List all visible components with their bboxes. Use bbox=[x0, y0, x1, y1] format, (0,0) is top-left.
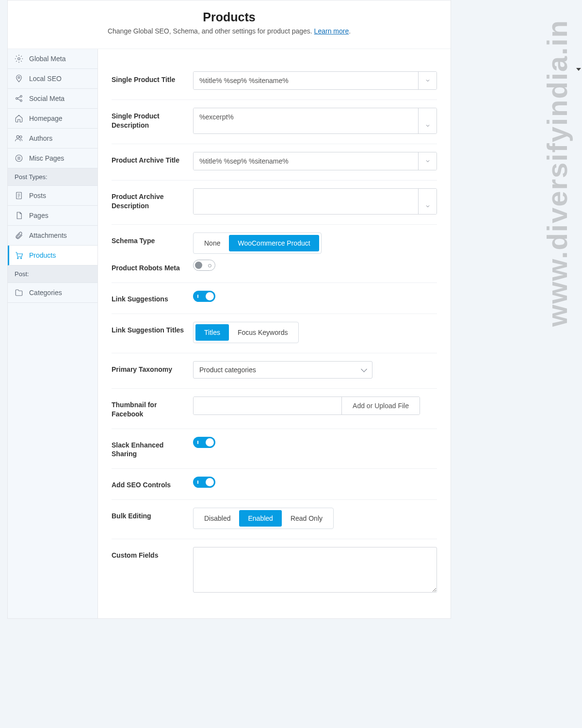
svg-point-1 bbox=[18, 77, 20, 79]
pin-icon bbox=[15, 74, 23, 83]
link-suggestions-toggle[interactable] bbox=[193, 291, 215, 302]
svg-point-6 bbox=[20, 136, 22, 138]
sidebar-item-label: Attachments bbox=[29, 232, 67, 239]
sidebar-item-label: Products bbox=[29, 251, 56, 259]
sidebar-item-label: Authors bbox=[29, 134, 52, 142]
cart-icon bbox=[15, 251, 23, 260]
custom-fields-textarea[interactable] bbox=[193, 547, 437, 593]
svg-point-9 bbox=[17, 258, 18, 259]
sidebar-item-posts[interactable]: Posts bbox=[8, 186, 97, 206]
product-robots-meta-toggle[interactable] bbox=[193, 260, 215, 271]
single-product-title-input[interactable] bbox=[194, 72, 418, 89]
folder-icon bbox=[15, 288, 23, 297]
sidebar-item-social-meta[interactable]: Social Meta bbox=[8, 89, 97, 109]
variable-dropdown-button[interactable] bbox=[418, 152, 436, 170]
sidebar-section-post-types: Post Types: bbox=[8, 168, 97, 186]
content-area: Single Product Title Single Product Desc… bbox=[98, 49, 451, 618]
svg-point-4 bbox=[20, 100, 22, 102]
field-product-archive-description: Product Archive Description bbox=[112, 181, 437, 225]
add-seo-controls-toggle[interactable] bbox=[193, 477, 215, 488]
schema-type-none[interactable]: None bbox=[195, 235, 229, 251]
share-icon bbox=[15, 94, 23, 103]
page-icon bbox=[15, 211, 23, 220]
sidebar-item-homepage[interactable]: Homepage bbox=[8, 109, 97, 129]
facebook-thumbnail-input[interactable] bbox=[194, 397, 341, 414]
single-product-description-input[interactable] bbox=[194, 108, 418, 133]
field-link-suggestion-titles: Link Suggestion Titles Titles Focus Keyw… bbox=[112, 314, 437, 353]
field-single-product-title: Single Product Title bbox=[112, 64, 437, 100]
slack-enhanced-sharing-toggle[interactable] bbox=[193, 437, 215, 448]
sidebar-item-local-seo[interactable]: Local SEO bbox=[8, 69, 97, 89]
schema-type-segmented: None WooCommerce Product bbox=[193, 232, 322, 254]
chevron-down-icon bbox=[576, 68, 581, 71]
settings-card: Products Change Global SEO, Schema, and … bbox=[7, 0, 451, 619]
field-single-product-description: Single Product Description bbox=[112, 100, 437, 144]
field-product-robots-meta: Product Robots Meta bbox=[112, 257, 437, 283]
sidebar-item-global-meta[interactable]: Global Meta bbox=[8, 49, 97, 69]
page-title: Products bbox=[22, 10, 436, 24]
field-product-archive-title: Product Archive Title bbox=[112, 144, 437, 181]
svg-point-10 bbox=[20, 258, 21, 259]
doc-icon bbox=[15, 191, 23, 200]
svg-point-2 bbox=[16, 98, 18, 99]
field-custom-fields: Custom Fields bbox=[112, 539, 437, 604]
field-bulk-editing: Bulk Editing Disabled Enabled Read Only bbox=[112, 500, 437, 539]
bulk-editing-disabled[interactable]: Disabled bbox=[195, 510, 239, 527]
link-suggestion-focus-keywords-option[interactable]: Focus Keywords bbox=[229, 324, 296, 341]
bulk-editing-enabled[interactable]: Enabled bbox=[239, 510, 281, 527]
sidebar-item-label: Social Meta bbox=[29, 95, 65, 102]
sidebar-item-attachments[interactable]: Attachments bbox=[8, 226, 97, 246]
field-add-seo-controls: Add SEO Controls bbox=[112, 469, 437, 500]
sidebar-item-label: Global Meta bbox=[29, 55, 65, 63]
variable-dropdown-button[interactable] bbox=[418, 72, 436, 89]
sidebar-item-label: Categories bbox=[29, 289, 62, 297]
sidebar-item-label: Misc Pages bbox=[29, 154, 64, 162]
page-subtitle: Change Global SEO, Schema, and other set… bbox=[22, 27, 436, 35]
scrollbar[interactable] bbox=[574, 0, 582, 619]
sidebar-item-products[interactable]: Products bbox=[8, 246, 97, 265]
product-archive-description-input[interactable] bbox=[194, 189, 418, 214]
watermark-text: www.diversifyindia.in bbox=[541, 19, 573, 327]
users-icon bbox=[15, 134, 23, 143]
svg-point-3 bbox=[20, 96, 22, 98]
sidebar: Global Meta Local SEO Social Meta Homepa… bbox=[8, 49, 98, 618]
sidebar-item-label: Homepage bbox=[29, 115, 63, 122]
clip-icon bbox=[15, 231, 23, 240]
primary-taxonomy-select[interactable]: Product categories bbox=[193, 361, 372, 379]
bulk-editing-read-only[interactable]: Read Only bbox=[282, 510, 331, 527]
field-primary-taxonomy: Primary Taxonomy Product categories bbox=[112, 353, 437, 389]
link-suggestion-titles-option[interactable]: Titles bbox=[195, 324, 229, 341]
gear-icon bbox=[15, 54, 23, 63]
field-schema-type: Schema Type None WooCommerce Product bbox=[112, 225, 437, 257]
sidebar-item-misc-pages[interactable]: Misc Pages bbox=[8, 149, 97, 168]
field-slack-enhanced-sharing: Slack Enhanced Sharing bbox=[112, 429, 437, 469]
svg-point-5 bbox=[16, 135, 19, 138]
product-archive-title-input[interactable] bbox=[194, 152, 418, 170]
sidebar-item-label: Posts bbox=[29, 192, 46, 199]
schema-type-woocommerce[interactable]: WooCommerce Product bbox=[229, 235, 319, 251]
page-header: Products Change Global SEO, Schema, and … bbox=[8, 0, 451, 49]
variable-dropdown-button[interactable] bbox=[418, 108, 436, 133]
sidebar-item-authors[interactable]: Authors bbox=[8, 129, 97, 149]
home-icon bbox=[15, 114, 23, 123]
svg-point-0 bbox=[18, 58, 20, 60]
variable-dropdown-button[interactable] bbox=[418, 189, 436, 214]
bulk-editing-segmented: Disabled Enabled Read Only bbox=[193, 508, 334, 529]
sidebar-section-post: Post: bbox=[8, 265, 97, 283]
list-icon bbox=[15, 154, 23, 163]
add-upload-file-button[interactable]: Add or Upload File bbox=[341, 397, 420, 414]
sidebar-item-categories[interactable]: Categories bbox=[8, 283, 97, 303]
sidebar-item-label: Pages bbox=[29, 212, 48, 219]
learn-more-link[interactable]: Learn more bbox=[314, 27, 349, 35]
sidebar-item-label: Local SEO bbox=[29, 75, 62, 83]
field-link-suggestions: Link Suggestions bbox=[112, 283, 437, 314]
link-suggestion-titles-segmented: Titles Focus Keywords bbox=[193, 322, 299, 343]
sidebar-item-pages[interactable]: Pages bbox=[8, 206, 97, 226]
field-facebook-thumbnail: Thumbnail for Facebook Add or Upload Fil… bbox=[112, 389, 437, 429]
